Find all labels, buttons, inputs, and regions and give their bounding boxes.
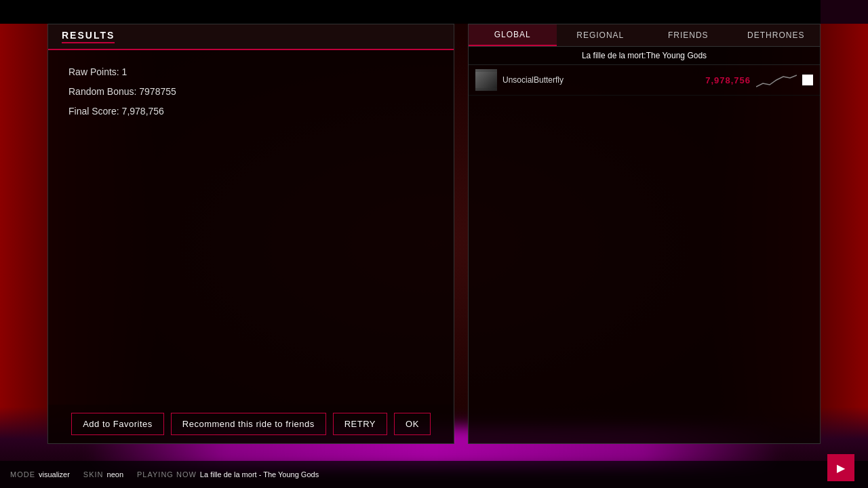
skin-label: SKIN — [83, 470, 104, 479]
top-bar — [0, 0, 868, 24]
ok-button[interactable]: OK — [394, 413, 431, 435]
avatar-image — [475, 72, 497, 88]
leaderboard-panel: GLOBAL REGIONAL FRIENDS DETHRONES La fil… — [468, 24, 821, 444]
main-container: RESULTS Raw Points: 1 Random Bonus: 7978… — [47, 24, 821, 444]
top-right-corner — [821, 0, 868, 24]
final-score-label: Final Score: — [68, 106, 119, 117]
play-button[interactable]: ▶ — [827, 454, 854, 481]
results-title: RESULTS — [62, 30, 115, 41]
leaderboard-tabs: GLOBAL REGIONAL FRIENDS DETHRONES — [469, 24, 820, 47]
results-body: Raw Points: 1 Random Bonus: 7978755 Fina… — [48, 50, 454, 405]
player-flag — [802, 75, 813, 85]
leaderboard-body: UnsocialButterfly 7,978,756 — [469, 65, 820, 443]
raw-points-label: Raw Points: — [68, 66, 119, 77]
avatar-inner — [475, 69, 497, 91]
status-bar: MODE visualizer SKIN neon PLAYING NOW La… — [0, 461, 868, 488]
player-avatar — [475, 69, 497, 91]
mode-label: MODE — [10, 470, 35, 479]
tab-dethrones[interactable]: DETHRONES — [732, 24, 821, 46]
raw-points-value: 1 — [122, 66, 127, 77]
random-bonus-label: Random Bonus: — [68, 86, 136, 97]
playing-value: La fille de la mort - The Young Gods — [200, 470, 319, 479]
playing-label: PLAYING NOW — [137, 470, 197, 479]
results-header: RESULTS — [48, 24, 454, 50]
player-score: 7,978,756 — [705, 75, 751, 85]
player-name: UnsocialButterfly — [502, 75, 700, 85]
final-score-value: 7,978,756 — [122, 106, 164, 117]
results-title-underline — [62, 42, 115, 43]
raw-points-line: Raw Points: 1 — [68, 64, 433, 81]
results-panel: RESULTS Raw Points: 1 Random Bonus: 7978… — [47, 24, 454, 444]
random-bonus-line: Random Bonus: 7978755 — [68, 83, 433, 100]
tab-friends[interactable]: FRIENDS — [644, 24, 732, 46]
play-icon: ▶ — [837, 462, 845, 474]
tab-regional[interactable]: REGIONAL — [557, 24, 645, 46]
leaderboard-song-title: La fille de la mort:The Young Gods — [469, 47, 820, 65]
random-bonus-value: 7978755 — [139, 86, 176, 97]
add-to-favorites-button[interactable]: Add to Favorites — [71, 413, 164, 435]
tab-global[interactable]: GLOBAL — [469, 24, 557, 46]
skin-value: neon — [107, 470, 123, 479]
final-score-line: Final Score: 7,978,756 — [68, 103, 433, 120]
results-footer: Add to Favorites Recommend this ride to … — [48, 405, 454, 443]
leaderboard-entry: UnsocialButterfly 7,978,756 — [469, 65, 820, 96]
recommend-button[interactable]: Recommend this ride to friends — [171, 413, 326, 435]
score-graph — [756, 70, 797, 90]
retry-button[interactable]: RETRY — [333, 413, 387, 435]
mode-value: visualizer — [39, 470, 70, 479]
